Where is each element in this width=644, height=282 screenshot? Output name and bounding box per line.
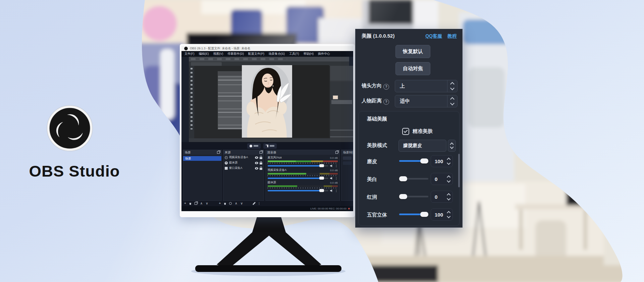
obs-statusbar: LIVE: 00:00:00 REC: 00:00:00 (181, 206, 353, 211)
channel-options-icon[interactable]: ⋮ (335, 164, 338, 167)
window-icon (266, 145, 268, 147)
menu-tools[interactable]: 工具(T) (289, 52, 299, 56)
select-spinner[interactable] (447, 80, 457, 92)
transitions-dock: 场景转换 (341, 150, 353, 201)
source-up-icon[interactable]: ∧ (235, 202, 237, 205)
lock-icon[interactable] (260, 168, 262, 170)
transition-control[interactable] (343, 156, 352, 160)
chevron-up-icon (450, 97, 454, 101)
ps-document-tab[interactable] (191, 62, 222, 66)
volume-slider[interactable] (268, 165, 329, 167)
lens-direction-select[interactable]: 上 (395, 80, 458, 92)
help-icon[interactable]: ? (383, 84, 389, 90)
mixer-edit-icon[interactable] (253, 202, 256, 205)
visibility-eye-icon[interactable] (255, 162, 258, 164)
menu-docks[interactable]: 停靠部件(D) (228, 52, 244, 56)
chevron-down-icon (450, 101, 454, 105)
portrait-photo (242, 65, 292, 138)
scene-down-icon[interactable]: ∨ (206, 202, 208, 205)
rosy-value-box[interactable]: 0 (431, 191, 453, 203)
menu-plugin-center[interactable]: 插件中心 (318, 52, 330, 56)
menu-view[interactable]: 视图(V) (213, 52, 223, 56)
source-row[interactable]: 媒体源 (223, 160, 264, 166)
beauty-plugin-panel: 美颜 (1.0.0.52) QQ客服 教程 恢复默认 自动对焦 镜头方向? 上 … (355, 29, 463, 228)
scenes-dock: 场景 场景 (183, 150, 222, 201)
obs-logo-small (184, 47, 188, 50)
select-spinner[interactable] (447, 95, 457, 107)
scenes-dock-header: 场景 (183, 150, 221, 155)
menu-help[interactable]: 帮助(H) (304, 52, 314, 56)
add-source-icon[interactable]: + (219, 202, 221, 205)
menu-edit[interactable]: 编辑(E) (199, 52, 209, 56)
add-scene-icon[interactable]: + (184, 202, 186, 205)
ps-side-canvas (292, 65, 329, 138)
whitening-label: 美白 (367, 176, 377, 183)
restore-default-button[interactable]: 恢复默认 (395, 45, 430, 58)
mixer-dock: 混音器 麦克风/Aux 0.0 dB ⋮ (265, 150, 340, 201)
section-scrollbar[interactable] (458, 154, 460, 187)
dock-menu-icon[interactable] (260, 151, 262, 154)
smoothing-value-box[interactable]: 100 (431, 155, 453, 167)
menu-file[interactable]: 文件(F) (184, 52, 195, 56)
skin-mode-select[interactable]: 朦胧磨皮 (398, 140, 446, 152)
skin-mode-spinner[interactable] (448, 140, 456, 152)
source-down-icon[interactable]: ∨ (240, 202, 243, 205)
dock-menu-icon[interactable] (217, 151, 220, 154)
smoothing-slider[interactable] (399, 158, 428, 163)
face-3d-value-box[interactable]: 100 (431, 208, 453, 221)
scene-up-icon[interactable]: ∧ (200, 202, 203, 205)
channel-options-icon[interactable]: ⋮ (335, 189, 338, 192)
visibility-eye-icon[interactable] (255, 156, 258, 159)
monitor-stand (161, 211, 376, 279)
qq-support-link[interactable]: QQ客服 (425, 33, 442, 39)
speaker-icon[interactable] (330, 177, 333, 180)
visibility-eye-icon[interactable] (255, 167, 258, 170)
autofocus-button[interactable]: 自动对焦 (395, 62, 430, 75)
speaker-icon[interactable] (330, 189, 333, 192)
duplicate-scene-icon[interactable] (195, 202, 197, 205)
basic-beauty-section: 基础美颜 精准美肤 美肤模式 朦胧磨皮 磨皮 100 美白 0 (359, 111, 460, 226)
menu-scene-collection[interactable]: 场景集合(S) (269, 52, 285, 56)
rosy-label: 红润 (367, 194, 377, 200)
channel-options-icon[interactable]: ⋮ (335, 177, 338, 180)
volume-slider[interactable] (268, 190, 329, 191)
skin-mode-label: 美肤模式 (367, 142, 387, 149)
skin-mode-value: 朦胧磨皮 (403, 143, 422, 149)
scene-item-selected[interactable]: 场景 (183, 156, 221, 161)
volume-slider[interactable] (268, 178, 329, 179)
scenes-dock-title: 场景 (185, 150, 191, 155)
meter-ticks (268, 175, 338, 176)
mixer-options-icon[interactable]: ⋮ (258, 202, 261, 205)
menu-profile[interactable]: 配置文件(P) (248, 52, 264, 56)
speaker-icon[interactable] (330, 164, 333, 167)
source-row[interactable]: 窗口采集A (223, 166, 264, 171)
chevron-down-icon (447, 161, 450, 165)
whitening-value-box[interactable]: 0 (431, 173, 453, 185)
lock-icon[interactable] (260, 162, 262, 164)
person-distance-label: 人物距离? (362, 98, 389, 105)
whitening-slider[interactable] (399, 176, 428, 181)
source-properties-icon[interactable] (229, 202, 232, 205)
channel-db: 0.0 dB (330, 156, 338, 159)
remove-scene-icon[interactable] (189, 202, 192, 205)
dock-menu-icon[interactable] (335, 151, 338, 154)
precise-skin-checkbox-row[interactable]: 精准美肤 (402, 128, 433, 135)
tutorial-link[interactable]: 教程 (447, 33, 457, 39)
level-meter (268, 185, 338, 187)
dock-pill-record[interactable] (247, 143, 261, 149)
transition-control[interactable] (343, 161, 352, 165)
checkbox-checked-icon[interactable] (402, 128, 409, 135)
lock-icon[interactable] (260, 157, 262, 159)
ps-toolbar (189, 66, 194, 138)
face-3d-slider[interactable] (399, 212, 428, 217)
source-row[interactable]: 视频采集设备A (223, 155, 264, 160)
help-icon[interactable]: ? (383, 99, 389, 105)
remove-source-icon[interactable] (224, 202, 226, 205)
dock-pill-window[interactable] (263, 143, 277, 149)
sources-dock: 来源 视频采集设备A 媒体源 窗口采集A (223, 150, 264, 201)
monitor-screen: OBS 29.1.3 - 配置文件: 未命名 - 场景: 未命名 文件(F) 编… (181, 46, 353, 211)
person-distance-select[interactable]: 适中 (395, 95, 458, 107)
rosy-slider[interactable] (399, 194, 428, 199)
channel-name: 麦克风/Aux (268, 156, 282, 160)
rec-indicator-dot (348, 208, 350, 209)
